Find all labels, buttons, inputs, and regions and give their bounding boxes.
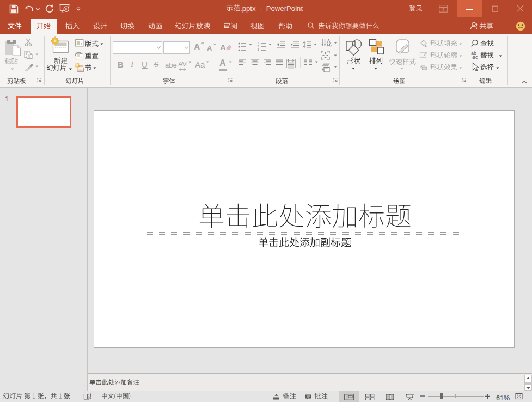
- svg-text:A: A: [327, 38, 331, 45]
- svg-text:3: 3: [258, 48, 259, 51]
- svg-text:ac: ac: [473, 54, 478, 59]
